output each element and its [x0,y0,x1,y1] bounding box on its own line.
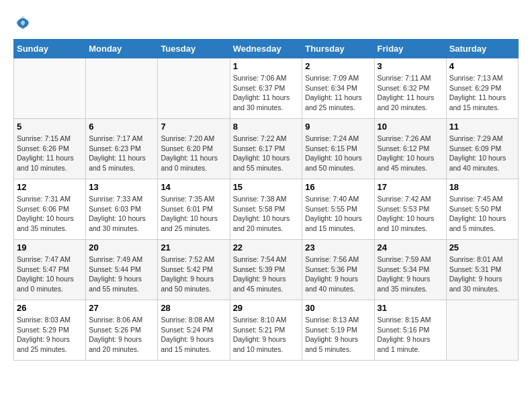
day-info: Sunrise: 7:06 AMSunset: 6:37 PMDaylight:… [233,73,300,113]
day-info: Sunrise: 7:59 AMSunset: 5:34 PMDaylight:… [378,255,443,294]
calendar-cell: 14Sunrise: 7:35 AMSunset: 6:01 PMDayligh… [158,179,230,240]
day-info: Sunrise: 8:01 AMSunset: 5:31 PMDaylight:… [449,255,515,294]
day-number: 20 [89,242,154,253]
calendar-cell: 17Sunrise: 7:42 AMSunset: 5:53 PMDayligh… [374,179,446,240]
day-info: Sunrise: 8:08 AMSunset: 5:24 PMDaylight:… [161,315,226,355]
day-number: 22 [233,242,300,253]
calendar-cell: 2Sunrise: 7:09 AMSunset: 6:34 PMDaylight… [302,58,374,119]
calendar-week-4: 19Sunrise: 7:47 AMSunset: 5:47 PMDayligh… [14,240,519,300]
day-number: 19 [17,242,83,253]
calendar-week-2: 5Sunrise: 7:15 AMSunset: 6:26 PMDaylight… [14,119,519,179]
day-info: Sunrise: 8:15 AMSunset: 5:16 PMDaylight:… [378,315,443,355]
calendar-cell: 27Sunrise: 8:06 AMSunset: 5:26 PMDayligh… [86,300,158,361]
day-number: 2 [305,61,371,71]
day-number: 12 [17,182,83,192]
calendar-cell [86,58,158,119]
calendar-cell: 5Sunrise: 7:15 AMSunset: 6:26 PMDaylight… [14,119,86,179]
day-info: Sunrise: 7:35 AMSunset: 6:01 PMDaylight:… [161,194,226,234]
weekday-header-sunday: Sunday [14,40,86,58]
day-info: Sunrise: 8:06 AMSunset: 5:26 PMDaylight:… [89,315,154,355]
day-info: Sunrise: 7:49 AMSunset: 5:44 PMDaylight:… [89,255,154,294]
day-number: 6 [89,122,154,132]
weekday-header-friday: Friday [374,40,446,58]
day-info: Sunrise: 7:56 AMSunset: 5:36 PMDaylight:… [305,255,371,294]
calendar-cell: 9Sunrise: 7:24 AMSunset: 6:15 PMDaylight… [302,119,374,179]
logo [13,13,35,32]
day-number: 21 [161,242,226,253]
calendar-cell: 26Sunrise: 8:03 AMSunset: 5:29 PMDayligh… [14,300,86,361]
calendar-cell: 1Sunrise: 7:06 AMSunset: 6:37 PMDaylight… [230,58,302,119]
day-number: 3 [378,61,443,71]
calendar-cell: 12Sunrise: 7:31 AMSunset: 6:06 PMDayligh… [14,179,86,240]
weekday-header-tuesday: Tuesday [158,40,230,58]
day-info: Sunrise: 7:31 AMSunset: 6:06 PMDaylight:… [17,194,83,234]
day-number: 15 [233,182,300,192]
day-number: 14 [161,182,226,192]
page-header [13,13,519,32]
day-number: 18 [449,182,515,192]
logo-icon [13,13,32,32]
day-number: 23 [305,242,371,253]
calendar-cell: 15Sunrise: 7:38 AMSunset: 5:58 PMDayligh… [230,179,302,240]
weekday-header-thursday: Thursday [302,40,374,58]
calendar-cell [158,58,230,119]
day-number: 26 [17,303,83,313]
calendar-cell: 21Sunrise: 7:52 AMSunset: 5:42 PMDayligh… [158,240,230,300]
day-info: Sunrise: 7:13 AMSunset: 6:29 PMDaylight:… [449,73,515,113]
day-info: Sunrise: 7:38 AMSunset: 5:58 PMDaylight:… [233,194,300,234]
day-number: 9 [305,122,371,132]
calendar-cell: 7Sunrise: 7:20 AMSunset: 6:20 PMDaylight… [158,119,230,179]
calendar-cell [446,300,518,361]
day-number: 17 [378,182,443,192]
day-number: 27 [89,303,154,313]
day-info: Sunrise: 7:24 AMSunset: 6:15 PMDaylight:… [305,134,371,173]
day-number: 8 [233,122,300,132]
day-number: 11 [449,122,515,132]
calendar-cell: 3Sunrise: 7:11 AMSunset: 6:32 PMDaylight… [374,58,446,119]
day-number: 16 [305,182,371,192]
calendar-header: SundayMondayTuesdayWednesdayThursdayFrid… [14,40,519,58]
day-info: Sunrise: 7:20 AMSunset: 6:20 PMDaylight:… [161,134,226,173]
calendar-cell: 31Sunrise: 8:15 AMSunset: 5:16 PMDayligh… [374,300,446,361]
day-info: Sunrise: 7:42 AMSunset: 5:53 PMDaylight:… [378,194,443,234]
calendar-cell: 22Sunrise: 7:54 AMSunset: 5:39 PMDayligh… [230,240,302,300]
day-info: Sunrise: 7:45 AMSunset: 5:50 PMDaylight:… [449,194,515,234]
header-row: SundayMondayTuesdayWednesdayThursdayFrid… [14,40,519,58]
day-info: Sunrise: 7:33 AMSunset: 6:03 PMDaylight:… [89,194,154,234]
day-info: Sunrise: 7:52 AMSunset: 5:42 PMDaylight:… [161,255,226,294]
day-number: 4 [449,61,515,71]
day-number: 7 [161,122,226,132]
calendar-cell: 30Sunrise: 8:13 AMSunset: 5:19 PMDayligh… [302,300,374,361]
day-info: Sunrise: 7:47 AMSunset: 5:47 PMDaylight:… [17,255,83,294]
calendar-cell: 20Sunrise: 7:49 AMSunset: 5:44 PMDayligh… [86,240,158,300]
day-info: Sunrise: 8:03 AMSunset: 5:29 PMDaylight:… [17,315,83,355]
calendar-cell: 19Sunrise: 7:47 AMSunset: 5:47 PMDayligh… [14,240,86,300]
calendar-cell: 25Sunrise: 8:01 AMSunset: 5:31 PMDayligh… [446,240,518,300]
calendar-cell: 28Sunrise: 8:08 AMSunset: 5:24 PMDayligh… [158,300,230,361]
weekday-header-wednesday: Wednesday [230,40,302,58]
calendar-cell: 8Sunrise: 7:22 AMSunset: 6:17 PMDaylight… [230,119,302,179]
calendar-cell: 24Sunrise: 7:59 AMSunset: 5:34 PMDayligh… [374,240,446,300]
day-info: Sunrise: 7:17 AMSunset: 6:23 PMDaylight:… [89,134,154,173]
day-number: 31 [378,303,443,313]
day-info: Sunrise: 7:09 AMSunset: 6:34 PMDaylight:… [305,73,371,113]
calendar-cell: 29Sunrise: 8:10 AMSunset: 5:21 PMDayligh… [230,300,302,361]
day-number: 30 [305,303,371,313]
day-info: Sunrise: 7:54 AMSunset: 5:39 PMDaylight:… [233,255,300,294]
day-info: Sunrise: 7:29 AMSunset: 6:09 PMDaylight:… [449,134,515,173]
calendar-table: SundayMondayTuesdayWednesdayThursdayFrid… [13,39,519,361]
day-number: 5 [17,122,83,132]
day-info: Sunrise: 7:22 AMSunset: 6:17 PMDaylight:… [233,134,300,173]
day-number: 10 [378,122,443,132]
calendar-cell: 16Sunrise: 7:40 AMSunset: 5:55 PMDayligh… [302,179,374,240]
calendar-week-5: 26Sunrise: 8:03 AMSunset: 5:29 PMDayligh… [14,300,519,361]
day-info: Sunrise: 7:15 AMSunset: 6:26 PMDaylight:… [17,134,83,173]
day-number: 24 [378,242,443,253]
calendar-cell: 4Sunrise: 7:13 AMSunset: 6:29 PMDaylight… [446,58,518,119]
calendar-week-1: 1Sunrise: 7:06 AMSunset: 6:37 PMDaylight… [14,58,519,119]
calendar-body: 1Sunrise: 7:06 AMSunset: 6:37 PMDaylight… [14,58,519,361]
day-info: Sunrise: 7:26 AMSunset: 6:12 PMDaylight:… [378,134,443,173]
weekday-header-saturday: Saturday [446,40,518,58]
calendar-cell: 6Sunrise: 7:17 AMSunset: 6:23 PMDaylight… [86,119,158,179]
day-info: Sunrise: 7:40 AMSunset: 5:55 PMDaylight:… [305,194,371,234]
